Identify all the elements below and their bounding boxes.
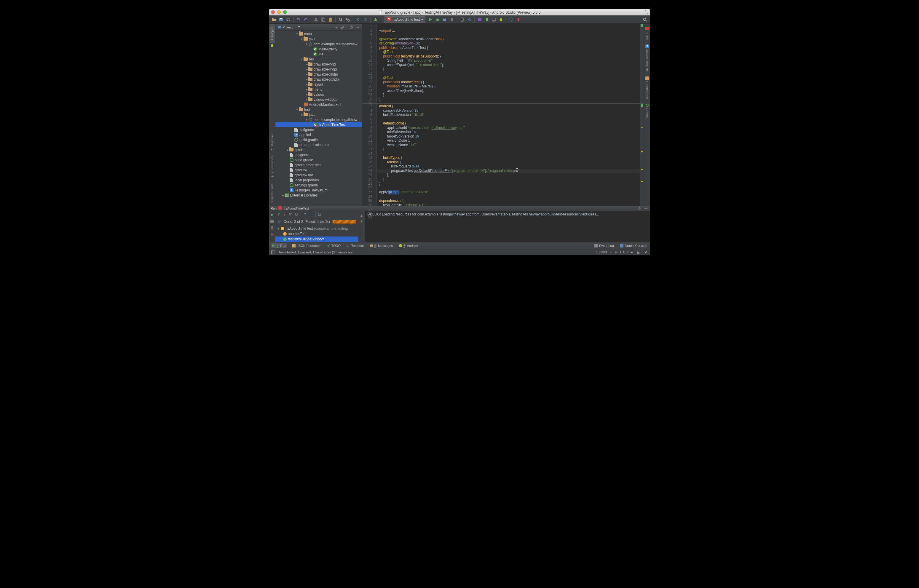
tree-node[interactable]: settings.gradle	[275, 183, 362, 187]
help-button[interactable]: ?	[508, 16, 515, 23]
tree-node[interactable]: ▼◯com.example.testingallthew	[275, 42, 362, 47]
tree-node[interactable]: ▶values	[275, 92, 362, 97]
avd-button[interactable]	[459, 16, 465, 23]
tree-node[interactable]: ▶drawable-xhdpi	[275, 72, 362, 77]
scroll-from-icon[interactable]	[340, 25, 344, 30]
tree-node[interactable]: ▼java	[275, 112, 362, 117]
tree-node[interactable]: ▶drawable-mdpi	[275, 67, 362, 72]
hide-icon[interactable]	[644, 206, 648, 211]
tree-node[interactable]: ▶menu	[275, 87, 362, 92]
code-top[interactable]: +import ... @RunWith(RobolectricTestRunn…	[377, 24, 640, 103]
collapse-icon[interactable]	[334, 25, 339, 30]
todo-tool-tab[interactable]: TODO	[326, 243, 342, 248]
cut-button[interactable]	[313, 16, 319, 23]
project-view-selector[interactable]: Project	[277, 25, 300, 29]
forward-button[interactable]	[362, 16, 368, 23]
device-button[interactable]	[515, 16, 522, 23]
build-variants-tab[interactable]: Build Variants	[270, 181, 275, 206]
run-console[interactable]: DEBUG: Loading resources for com.example…	[365, 211, 650, 242]
commander-tab[interactable]: Commander	[644, 74, 650, 102]
sort-icon[interactable]	[288, 212, 293, 217]
run-button[interactable]	[427, 16, 434, 23]
status-encoding[interactable]: UTF-8 ≑	[620, 250, 633, 254]
inspector-icon[interactable]	[644, 250, 648, 255]
tree-node[interactable]: gradle.properties	[275, 162, 362, 168]
tree-node[interactable]: CMainActivity	[275, 47, 362, 52]
search-icon[interactable]	[642, 16, 648, 23]
show-passed-icon[interactable]	[276, 212, 281, 217]
find-button[interactable]	[338, 16, 344, 23]
tree-node[interactable]: CItsAboutTimeTest	[275, 122, 362, 127]
status-position[interactable]: 18:93/3	[596, 250, 607, 254]
gradle-console-tab[interactable]: Gradle Console	[619, 243, 648, 248]
android-tool-icon[interactable]	[270, 44, 275, 48]
window-minimize-button[interactable]	[277, 10, 281, 14]
more-icon[interactable]: »	[360, 236, 363, 242]
android-icon[interactable]	[498, 16, 504, 23]
tree-node[interactable]: ▶External Libraries	[275, 193, 362, 198]
prev-icon[interactable]	[303, 212, 308, 217]
toolwin-quick-icon[interactable]	[271, 250, 275, 255]
gear-icon[interactable]	[277, 220, 281, 224]
tree-node[interactable]: build.gradle	[275, 157, 362, 162]
rerun-button[interactable]	[270, 212, 275, 218]
tree-node[interactable]: ▶drawable-hdpi	[275, 61, 362, 67]
fullscreen-icon[interactable]	[645, 10, 648, 14]
tree-node[interactable]: CMe	[275, 52, 362, 57]
sdk-button[interactable]	[466, 16, 473, 23]
tree-node[interactable]: ▶layout	[275, 82, 362, 87]
back-button[interactable]	[355, 16, 361, 23]
attach-button[interactable]	[441, 16, 448, 23]
tree-node[interactable]: ▼◯com.example.testingallthew	[275, 117, 362, 122]
structure-tab[interactable]: 7: Structure	[270, 132, 275, 153]
tree-node[interactable]: ▼java	[275, 36, 362, 42]
settings-icon[interactable]	[637, 206, 642, 211]
run-tool-tab[interactable]: 4: Run	[271, 243, 287, 248]
error-stripe-bottom[interactable]	[640, 104, 644, 206]
open-button[interactable]	[271, 16, 277, 23]
tree-node[interactable]: AndroidManifest.xml	[275, 102, 362, 107]
undo-button[interactable]	[295, 16, 302, 23]
test-root[interactable]: ▼!ItsAboutTimeTest(com.example.testing	[275, 226, 358, 231]
monitor-button[interactable]	[491, 16, 497, 23]
tree-node[interactable]: .gitignore	[275, 152, 362, 157]
adb-button[interactable]	[483, 16, 490, 23]
tree-node[interactable]: gradlew	[275, 168, 362, 173]
ddms-button[interactable]	[476, 16, 483, 23]
debug-button[interactable]	[434, 16, 441, 23]
tree-node[interactable]: build.gradle	[275, 137, 362, 142]
tree-node[interactable]: ▼res	[275, 57, 362, 61]
terminal-tool-tab[interactable]: Terminal	[346, 243, 365, 248]
hide-icon[interactable]	[355, 25, 360, 30]
event-log-tab[interactable]: Event Log	[593, 243, 615, 248]
favorites-tab[interactable]: ★ 2: Favorites	[269, 154, 275, 181]
tree-node[interactable]: local.properties	[275, 178, 362, 183]
tree-node[interactable]: ▼test	[275, 107, 362, 112]
down-arrow-icon[interactable]: ▼	[360, 219, 363, 223]
close-icon[interactable]	[270, 232, 275, 237]
test-item[interactable]: testWithFullIdeSupport	[275, 236, 358, 242]
tree-node[interactable]: JTestingAllTheWay.iml	[275, 187, 362, 193]
status-eol[interactable]: LF ≑	[610, 250, 617, 254]
paste-button[interactable]	[327, 16, 334, 23]
collapse-icon[interactable]	[294, 212, 299, 217]
save-button[interactable]	[278, 16, 284, 23]
redo-button[interactable]	[302, 16, 309, 23]
show-failed-icon[interactable]	[283, 212, 287, 217]
window-zoom-button[interactable]	[283, 10, 287, 14]
test-tree[interactable]: ▼!ItsAboutTimeTest(com.example.testing!a…	[275, 225, 358, 242]
export-icon[interactable]	[318, 212, 322, 217]
make-button[interactable]	[372, 16, 379, 23]
messages-tool-tab[interactable]: 0: Messages	[368, 243, 394, 248]
maven-tab[interactable]: mMaven Projects	[644, 42, 650, 74]
next-icon[interactable]	[309, 212, 313, 217]
run-config-dropdown[interactable]: ItsAboutTimeTest	[384, 16, 425, 23]
lock-icon[interactable]	[636, 250, 641, 255]
project-tab[interactable]: 1: Project	[270, 24, 275, 43]
error-stripe-top[interactable]	[640, 24, 644, 103]
buildr-tab[interactable]: Buildr	[644, 24, 650, 42]
tree-node[interactable]: proguard-rules.pro	[275, 142, 362, 147]
tree-node[interactable]: .gitignore	[275, 127, 362, 132]
up-arrow-icon[interactable]: ▲	[360, 213, 363, 218]
settings-icon[interactable]	[349, 25, 354, 30]
